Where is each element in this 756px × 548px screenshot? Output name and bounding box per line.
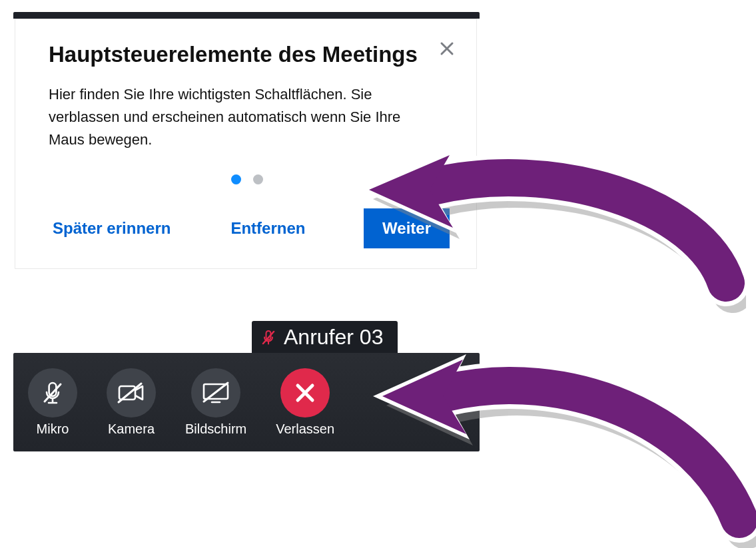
camera-label: Kamera <box>108 421 155 437</box>
close-icon <box>440 41 454 56</box>
popup-body: Hier finden Sie Ihre wichtigsten Schaltf… <box>49 83 446 151</box>
window-top-edge <box>13 12 480 19</box>
close-icon <box>294 382 316 404</box>
mic-muted-icon <box>260 329 277 346</box>
share-screen-button[interactable]: Bildschirm <box>185 368 246 437</box>
onboarding-popup: Hauptsteuerelemente des Meetings Hier fi… <box>15 19 477 269</box>
leave-label: Verlassen <box>276 421 334 437</box>
caller-name: Anrufer 03 <box>284 325 383 350</box>
close-button[interactable] <box>434 35 460 62</box>
screen-label: Bildschirm <box>185 421 246 437</box>
svg-rect-0 <box>119 386 135 400</box>
leave-meeting-button[interactable]: Verlassen <box>276 368 334 437</box>
mic-toggle-button[interactable]: Mikro <box>28 368 77 437</box>
camera-off-icon <box>116 381 147 405</box>
active-speaker-pill: Anrufer 03 <box>252 321 398 355</box>
next-button[interactable]: Weiter <box>364 208 450 248</box>
camera-toggle-button[interactable]: Kamera <box>107 368 156 437</box>
meeting-control-bar: Mikro Kamera <box>13 353 480 451</box>
remind-later-button[interactable]: Später erinnern <box>53 219 171 238</box>
step-indicator <box>49 174 446 184</box>
popup-actions: Später erinnern Entfernen Weiter <box>49 208 446 248</box>
mic-label: Mikro <box>37 421 69 437</box>
step-dot-2 <box>253 174 263 184</box>
step-dot-1 <box>231 174 241 184</box>
mic-muted-icon <box>39 379 66 407</box>
screen-off-icon <box>200 380 232 406</box>
popup-title: Hauptsteuerelemente des Meetings <box>49 41 446 69</box>
remove-button[interactable]: Entfernen <box>230 219 305 238</box>
